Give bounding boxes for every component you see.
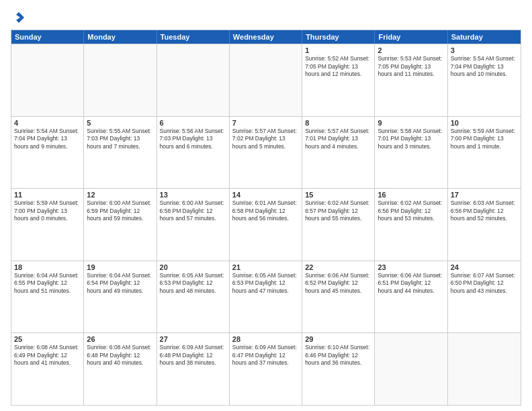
day-cell-14: 14Sunrise: 6:01 AM Sunset: 6:58 PM Dayli…	[230, 189, 302, 261]
day-number: 25	[14, 335, 81, 343]
day-number: 10	[451, 119, 518, 127]
day-number: 19	[87, 263, 153, 271]
logo-icon	[12, 11, 26, 24]
calendar-row-5: 25Sunrise: 6:08 AM Sunset: 6:49 PM Dayli…	[11, 332, 521, 405]
day-number: 13	[160, 191, 226, 199]
day-number: 8	[305, 119, 371, 127]
day-cell-11: 11Sunrise: 5:59 AM Sunset: 7:00 PM Dayli…	[11, 189, 84, 261]
day-cell-27: 27Sunrise: 6:09 AM Sunset: 6:48 PM Dayli…	[157, 333, 230, 405]
day-number: 18	[14, 263, 81, 271]
day-number: 12	[87, 191, 153, 199]
logo	[11, 11, 26, 24]
day-cell-7: 7Sunrise: 5:57 AM Sunset: 7:02 PM Daylig…	[230, 117, 302, 189]
day-cell-6: 6Sunrise: 5:56 AM Sunset: 7:03 PM Daylig…	[157, 117, 230, 189]
day-cell-12: 12Sunrise: 6:00 AM Sunset: 6:59 PM Dayli…	[84, 189, 157, 261]
day-number: 29	[305, 335, 371, 343]
day-info: Sunrise: 5:54 AM Sunset: 7:04 PM Dayligh…	[451, 55, 518, 78]
day-info: Sunrise: 6:03 AM Sunset: 6:56 PM Dayligh…	[451, 199, 518, 222]
calendar-header: SundayMondayTuesdayWednesdayThursdayFrid…	[11, 30, 521, 44]
day-cell-20: 20Sunrise: 6:05 AM Sunset: 6:53 PM Dayli…	[157, 261, 230, 333]
day-info: Sunrise: 6:04 AM Sunset: 6:54 PM Dayligh…	[87, 272, 153, 295]
day-cell-8: 8Sunrise: 5:57 AM Sunset: 7:01 PM Daylig…	[302, 117, 375, 189]
day-cell-9: 9Sunrise: 5:58 AM Sunset: 7:01 PM Daylig…	[375, 117, 447, 189]
empty-cell	[157, 44, 230, 116]
day-info: Sunrise: 6:09 AM Sunset: 6:48 PM Dayligh…	[160, 344, 226, 367]
day-number: 22	[305, 263, 371, 271]
day-number: 11	[14, 191, 81, 199]
day-number: 24	[451, 263, 518, 271]
day-cell-17: 17Sunrise: 6:03 AM Sunset: 6:56 PM Dayli…	[448, 189, 521, 261]
day-number: 14	[232, 191, 299, 199]
day-cell-2: 2Sunrise: 5:53 AM Sunset: 7:05 PM Daylig…	[375, 44, 447, 116]
calendar-row-1: 1Sunrise: 5:52 AM Sunset: 7:05 PM Daylig…	[11, 44, 521, 116]
day-number: 15	[305, 191, 371, 199]
day-info: Sunrise: 5:56 AM Sunset: 7:03 PM Dayligh…	[160, 128, 226, 150]
day-info: Sunrise: 5:58 AM Sunset: 7:01 PM Dayligh…	[378, 128, 444, 150]
day-number: 5	[87, 119, 153, 127]
day-cell-13: 13Sunrise: 6:00 AM Sunset: 6:58 PM Dayli…	[157, 189, 230, 261]
header	[11, 11, 521, 24]
header-cell-monday: Monday	[84, 30, 157, 44]
header-cell-friday: Friday	[375, 30, 447, 44]
day-info: Sunrise: 6:01 AM Sunset: 6:58 PM Dayligh…	[232, 199, 299, 222]
day-number: 21	[232, 263, 299, 271]
day-info: Sunrise: 6:00 AM Sunset: 6:59 PM Dayligh…	[87, 199, 153, 222]
day-cell-3: 3Sunrise: 5:54 AM Sunset: 7:04 PM Daylig…	[448, 44, 521, 116]
day-number: 7	[232, 119, 299, 127]
day-cell-25: 25Sunrise: 6:08 AM Sunset: 6:49 PM Dayli…	[11, 333, 84, 405]
page: SundayMondayTuesdayWednesdayThursdayFrid…	[0, 0, 532, 411]
day-number: 20	[160, 263, 226, 271]
calendar-row-4: 18Sunrise: 6:04 AM Sunset: 6:55 PM Dayli…	[11, 261, 521, 333]
day-info: Sunrise: 5:52 AM Sunset: 7:05 PM Dayligh…	[305, 55, 371, 78]
day-number: 1	[305, 46, 371, 54]
day-cell-19: 19Sunrise: 6:04 AM Sunset: 6:54 PM Dayli…	[84, 261, 157, 333]
day-cell-22: 22Sunrise: 6:06 AM Sunset: 6:52 PM Dayli…	[302, 261, 375, 333]
day-info: Sunrise: 6:10 AM Sunset: 6:46 PM Dayligh…	[305, 344, 371, 367]
day-info: Sunrise: 6:05 AM Sunset: 6:53 PM Dayligh…	[160, 272, 226, 295]
calendar-body: 1Sunrise: 5:52 AM Sunset: 7:05 PM Daylig…	[11, 44, 521, 405]
day-info: Sunrise: 6:02 AM Sunset: 6:57 PM Dayligh…	[305, 199, 371, 222]
day-number: 26	[87, 335, 153, 343]
empty-cell	[375, 333, 447, 405]
day-info: Sunrise: 5:53 AM Sunset: 7:05 PM Dayligh…	[378, 55, 444, 78]
day-info: Sunrise: 5:57 AM Sunset: 7:02 PM Dayligh…	[232, 128, 299, 150]
day-cell-4: 4Sunrise: 5:54 AM Sunset: 7:04 PM Daylig…	[11, 117, 84, 189]
day-cell-26: 26Sunrise: 6:08 AM Sunset: 6:48 PM Dayli…	[84, 333, 157, 405]
day-cell-18: 18Sunrise: 6:04 AM Sunset: 6:55 PM Dayli…	[11, 261, 84, 333]
day-info: Sunrise: 6:06 AM Sunset: 6:51 PM Dayligh…	[378, 272, 444, 295]
day-number: 3	[451, 46, 518, 54]
empty-cell	[448, 333, 521, 405]
header-cell-tuesday: Tuesday	[157, 30, 230, 44]
day-cell-15: 15Sunrise: 6:02 AM Sunset: 6:57 PM Dayli…	[302, 189, 375, 261]
day-info: Sunrise: 5:59 AM Sunset: 7:00 PM Dayligh…	[14, 199, 81, 222]
day-cell-28: 28Sunrise: 6:09 AM Sunset: 6:47 PM Dayli…	[230, 333, 302, 405]
day-info: Sunrise: 6:02 AM Sunset: 6:56 PM Dayligh…	[378, 199, 444, 222]
day-info: Sunrise: 6:00 AM Sunset: 6:58 PM Dayligh…	[160, 199, 226, 222]
empty-cell	[84, 44, 157, 116]
day-info: Sunrise: 6:05 AM Sunset: 6:53 PM Dayligh…	[232, 272, 299, 295]
header-cell-saturday: Saturday	[448, 30, 521, 44]
header-cell-wednesday: Wednesday	[230, 30, 302, 44]
calendar-row-3: 11Sunrise: 5:59 AM Sunset: 7:00 PM Dayli…	[11, 188, 521, 261]
day-cell-1: 1Sunrise: 5:52 AM Sunset: 7:05 PM Daylig…	[302, 44, 375, 116]
day-info: Sunrise: 5:55 AM Sunset: 7:03 PM Dayligh…	[87, 128, 153, 150]
day-info: Sunrise: 5:57 AM Sunset: 7:01 PM Dayligh…	[305, 128, 371, 150]
day-info: Sunrise: 6:06 AM Sunset: 6:52 PM Dayligh…	[305, 272, 371, 295]
empty-cell	[11, 44, 84, 116]
day-number: 2	[378, 46, 444, 54]
day-number: 16	[378, 191, 444, 199]
day-number: 17	[451, 191, 518, 199]
day-info: Sunrise: 5:54 AM Sunset: 7:04 PM Dayligh…	[14, 128, 81, 150]
day-cell-23: 23Sunrise: 6:06 AM Sunset: 6:51 PM Dayli…	[375, 261, 447, 333]
day-number: 4	[14, 119, 81, 127]
header-cell-sunday: Sunday	[11, 30, 84, 44]
day-info: Sunrise: 6:08 AM Sunset: 6:49 PM Dayligh…	[14, 344, 81, 367]
day-number: 6	[160, 119, 226, 127]
calendar-row-2: 4Sunrise: 5:54 AM Sunset: 7:04 PM Daylig…	[11, 116, 521, 189]
day-number: 28	[232, 335, 299, 343]
day-info: Sunrise: 6:09 AM Sunset: 6:47 PM Dayligh…	[232, 344, 299, 367]
calendar: SundayMondayTuesdayWednesdayThursdayFrid…	[11, 30, 521, 406]
day-info: Sunrise: 5:59 AM Sunset: 7:00 PM Dayligh…	[451, 128, 518, 150]
day-cell-29: 29Sunrise: 6:10 AM Sunset: 6:46 PM Dayli…	[302, 333, 375, 405]
day-cell-24: 24Sunrise: 6:07 AM Sunset: 6:50 PM Dayli…	[448, 261, 521, 333]
